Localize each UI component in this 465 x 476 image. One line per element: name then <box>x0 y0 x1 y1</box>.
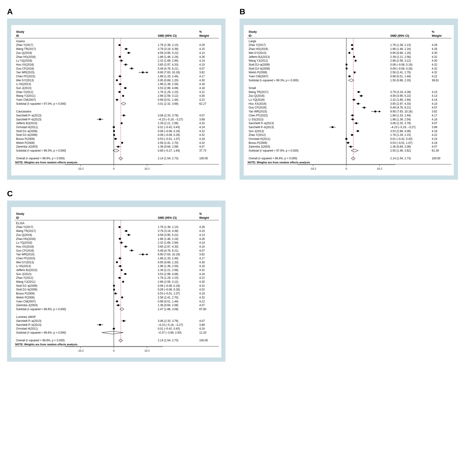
svg-text:Wang TR(2017): Wang TR(2017) <box>249 90 269 94</box>
svg-text:4.30: 4.30 <box>432 59 437 62</box>
svg-text:3.65 (2.97, 4.33): 3.65 (2.97, 4.33) <box>158 63 179 66</box>
svg-text:NOTE: Weights are from random : NOTE: Weights are from random effects an… <box>15 343 77 346</box>
svg-text:0.68 (–0.27, 1.64): 0.68 (–0.27, 1.64) <box>158 149 180 152</box>
svg-text:–4.23 (–5.19, –3.27): –4.23 (–5.19, –3.27) <box>158 323 183 326</box>
svg-text:4.07: 4.07 <box>199 145 205 148</box>
svg-text:0: 0 <box>113 349 115 352</box>
svg-text:Zaremba J(2003): Zaremba J(2003) <box>249 145 270 148</box>
svg-text:1.76 (1.29, 2.23): 1.76 (1.29, 2.23) <box>158 90 179 94</box>
svg-text:Welsh P(2008): Welsh P(2008) <box>16 141 35 144</box>
svg-rect-24 <box>119 56 121 58</box>
svg-rect-383 <box>119 277 120 279</box>
svg-text:4.22: 4.22 <box>199 300 205 303</box>
svg-text:-10.2: -10.2 <box>77 167 84 170</box>
svg-text:100.00: 100.00 <box>432 157 440 160</box>
svg-rect-327 <box>128 234 129 236</box>
svg-marker-44 <box>146 71 148 73</box>
svg-rect-178 <box>353 56 355 58</box>
svg-text:4.13: 4.13 <box>199 233 205 237</box>
svg-text:SMD (95% CI): SMD (95% CI) <box>390 34 409 37</box>
svg-text:Study: Study <box>249 30 257 33</box>
svg-text:1.89 (1.33, 2.44): 1.89 (1.33, 2.44) <box>158 257 179 260</box>
svg-text:1.36 (0.64, 2.08): 1.36 (0.64, 2.08) <box>390 145 411 148</box>
svg-text:Bossu P(2009): Bossu P(2009) <box>16 292 35 295</box>
svg-text:3.53 (2.99, 4.06): 3.53 (2.99, 4.06) <box>158 272 179 276</box>
svg-text:4.13: 4.13 <box>199 51 205 54</box>
svg-rect-55 <box>116 79 118 81</box>
svg-text:4.58 (3.95, 5.22): 4.58 (3.95, 5.22) <box>158 233 179 237</box>
svg-rect-34 <box>125 64 127 65</box>
svg-text:3.62: 3.62 <box>199 253 205 256</box>
svg-text:3.53 (2.99, 4.06): 3.53 (2.99, 4.06) <box>158 87 179 90</box>
svg-rect-101 <box>121 122 122 124</box>
svg-text:5.49 (4.76, 6.21): 5.49 (4.76, 6.21) <box>158 67 179 70</box>
svg-text:Subtotal  (I–squared = 97.0%, : Subtotal (I–squared = 97.0%, p = 0.000) <box>16 102 66 105</box>
svg-text:4.32: 4.32 <box>199 296 205 299</box>
svg-text:4.07: 4.07 <box>199 249 205 252</box>
svg-text:4.30: 4.30 <box>432 51 437 54</box>
svg-text:0.09 (–0.08, 0.26): 0.09 (–0.08, 0.26) <box>390 67 412 70</box>
svg-text:Ormstad H(2011): Ormstad H(2011) <box>249 137 270 141</box>
svg-text:Lu YQ(2016): Lu YQ(2016) <box>249 98 264 101</box>
svg-text:4.18: 4.18 <box>199 87 205 90</box>
svg-text:37.73: 37.73 <box>199 149 206 152</box>
svg-text:Luminex xMAP: Luminex xMAP <box>16 315 36 319</box>
forest-plot-c-outer: Study%IDSMD (95% CI)WeightELISAZhao Y(20… <box>7 201 225 362</box>
svg-text:Zaremba J(2003): Zaremba J(2003) <box>16 303 38 307</box>
svg-text:Hou XX(2016): Hou XX(2016) <box>16 245 34 248</box>
svg-text:0.95 (0.69, 1.20): 0.95 (0.69, 1.20) <box>390 51 411 54</box>
svg-text:4.32: 4.32 <box>199 122 205 125</box>
svg-text:1.76 (1.38, 2.13): 1.76 (1.38, 2.13) <box>390 43 411 47</box>
svg-text:4.14: 4.14 <box>199 241 205 244</box>
svg-text:0: 0 <box>346 167 347 170</box>
svg-text:Chen FF(2015): Chen FF(2015) <box>16 257 35 260</box>
svg-text:%: % <box>432 30 434 33</box>
svg-text:Stott DJ–b(2009): Stott DJ–b(2009) <box>16 288 37 292</box>
svg-text:4.58 (3.95, 5.22): 4.58 (3.95, 5.22) <box>390 94 411 97</box>
svg-text:4.07: 4.07 <box>199 114 205 117</box>
svg-text:ID: ID <box>249 34 252 37</box>
svg-rect-203 <box>349 76 350 77</box>
svg-rect-403 <box>115 293 116 294</box>
svg-text:0.09 (–0.08, 0.26): 0.09 (–0.08, 0.26) <box>158 288 180 292</box>
svg-text:Stott DJ–a(2009): Stott DJ–a(2009) <box>249 63 270 66</box>
svg-text:NOTE: Weights are from random : NOTE: Weights are from random effects an… <box>15 161 77 164</box>
forest-plot-c: Study%IDSMD (95% CI)WeightELISAZhao Y(20… <box>11 207 221 357</box>
svg-text:Lu YQ(2016): Lu YQ(2016) <box>16 241 32 244</box>
svg-text:100.00: 100.00 <box>199 339 208 342</box>
svg-text:Overall  (I–squared = 98.8%, p: Overall (I–squared = 98.8%, p = 0.000) <box>16 339 65 342</box>
svg-rect-91 <box>123 115 125 116</box>
svg-text:Weight: Weight <box>199 34 209 37</box>
svg-rect-398 <box>113 289 115 291</box>
svg-text:8.90 (7.63, 10.16): 8.90 (7.63, 10.16) <box>390 110 412 113</box>
svg-text:Stott DJ–b(2009): Stott DJ–b(2009) <box>249 67 270 70</box>
svg-text:4.32: 4.32 <box>199 130 205 133</box>
svg-text:4.10: 4.10 <box>432 102 437 105</box>
svg-rect-75 <box>122 95 124 97</box>
svg-text:4.14: 4.14 <box>432 98 437 101</box>
svg-text:Zhao HG(2016): Zhao HG(2016) <box>16 237 36 241</box>
svg-rect-131 <box>117 146 119 148</box>
svg-text:1.96 (1.38, 2.54): 1.96 (1.38, 2.54) <box>390 118 411 121</box>
svg-rect-434 <box>99 324 101 326</box>
svg-text:.: . <box>16 153 17 156</box>
svg-text:Subtotal  (I–squared = 98.6%, : Subtotal (I–squared = 98.6%, p = 0.000) <box>16 331 66 334</box>
svg-text:38.61: 38.61 <box>432 79 439 82</box>
svg-text:Sarchielli P–b(2013): Sarchielli P–b(2013) <box>16 323 42 326</box>
svg-text:3.79 (3.19, 4.39): 3.79 (3.19, 4.39) <box>390 90 411 94</box>
svg-text:1.96 (1.38, 2.54): 1.96 (1.38, 2.54) <box>158 265 179 268</box>
svg-text:Zhao Y(2012): Zhao Y(2012) <box>16 90 33 94</box>
svg-text:4.32: 4.32 <box>199 269 205 272</box>
svg-text:4.26: 4.26 <box>199 226 205 229</box>
svg-rect-80 <box>116 99 118 100</box>
svg-text:Ormstad H(2011): Ormstad H(2011) <box>16 327 38 331</box>
svg-text:1.86 (1.48, 2.24): 1.86 (1.48, 2.24) <box>390 47 411 51</box>
svg-text:0.09 (–0.08, 0.26): 0.09 (–0.08, 0.26) <box>158 133 180 137</box>
svg-text:Yuen CM(2007): Yuen CM(2007) <box>249 75 268 78</box>
svg-rect-111 <box>113 130 115 132</box>
svg-text:0.53 (–0.01, 1.07): 0.53 (–0.01, 1.07) <box>158 137 180 141</box>
svg-rect-270 <box>351 134 353 136</box>
svg-text:3.89: 3.89 <box>199 323 205 326</box>
svg-text:87.80: 87.80 <box>199 308 206 311</box>
svg-text:3.62: 3.62 <box>432 110 437 113</box>
